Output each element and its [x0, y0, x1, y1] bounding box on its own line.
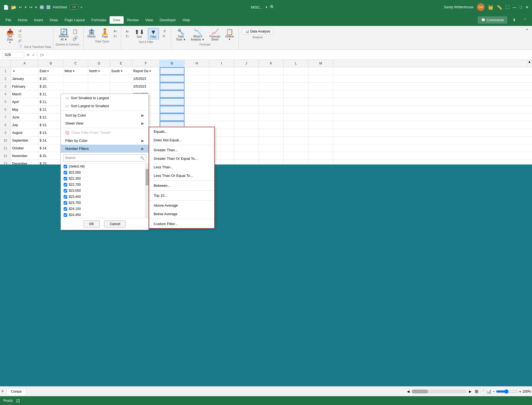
close-icon[interactable]: ✕	[525, 5, 529, 9]
col-header-b[interactable]: B	[39, 60, 63, 67]
checkbox-23050[interactable]: $23,050	[61, 188, 148, 194]
col-header-a[interactable]: A	[11, 60, 39, 67]
formula-bar-x-icon[interactable]: ✕	[26, 53, 30, 57]
page-break-view-icon[interactable]: 📊	[486, 389, 492, 394]
cell-b5[interactable]: $ 11,	[39, 98, 63, 106]
cell-f1[interactable]: Report Da ▼	[132, 67, 160, 75]
ok-button[interactable]: OK	[83, 220, 100, 228]
zoom-plus-icon[interactable]: +	[519, 389, 521, 394]
submenu-less-than-equal[interactable]: Less Than Or Equal To...	[149, 171, 214, 180]
what-if-button[interactable]: 📉 What-If Analysis ▼	[189, 28, 206, 42]
more-commands-icon[interactable]: »	[80, 5, 82, 9]
cell-b9[interactable]: $ 13,	[39, 129, 63, 136]
add-sheet-button[interactable]: +	[1, 388, 4, 394]
function-icon[interactable]: ƒx	[40, 53, 44, 57]
checkbox-22000-input[interactable]	[64, 171, 67, 174]
cell-f3[interactable]: 2/5/2023	[132, 83, 160, 90]
col-header-d[interactable]: D	[88, 60, 110, 67]
sort-az-icon[interactable]: 🔤	[40, 5, 44, 9]
checkbox-22700-input[interactable]	[64, 183, 67, 187]
fullscreen-icon[interactable]: ⛶	[506, 5, 509, 9]
cell-a10[interactable]: September	[11, 137, 39, 144]
search-icon[interactable]: 🔍	[270, 5, 275, 10]
cell-a8[interactable]: July	[11, 121, 39, 129]
submenu-below-average[interactable]: Below Average	[149, 210, 214, 218]
cell-a7[interactable]: June	[11, 114, 39, 121]
undo-dropdown-icon[interactable]: ▼	[24, 6, 27, 9]
submenu-greater-than-equal[interactable]: Greater Than Or Equal To...	[149, 154, 214, 163]
col-header-f[interactable]: F	[132, 60, 160, 67]
datatype-za-icon[interactable]: Z↓	[112, 34, 119, 38]
menu-view[interactable]: View	[142, 16, 156, 24]
formula-input[interactable]	[46, 52, 530, 58]
formula-bar-check-icon[interactable]: ✓	[32, 53, 35, 57]
page-layout-view-icon[interactable]: 📄	[479, 389, 485, 394]
cell-b11[interactable]: $ 14,	[39, 144, 63, 152]
checkbox-23750-input[interactable]	[64, 201, 67, 205]
forecast-sheet-button[interactable]: 📈 Forecast Sheet	[208, 28, 222, 42]
maximize-icon[interactable]: □	[520, 5, 522, 9]
cell-d1[interactable]: North ▼	[88, 67, 110, 75]
submenu-equals[interactable]: Equals...	[149, 127, 214, 136]
menu-file[interactable]: File	[2, 16, 15, 24]
filter-arrow-b1[interactable]: ▼	[47, 70, 49, 72]
cell-a1[interactable]: ▼	[11, 67, 39, 75]
col-header-j[interactable]: J	[234, 60, 259, 67]
scroll-up-icon[interactable]: ▲	[528, 60, 532, 67]
filename-dropdown-icon[interactable]: ▼	[265, 6, 268, 9]
checkbox-23050-input[interactable]	[64, 189, 67, 193]
cell-a9[interactable]: August	[11, 129, 39, 136]
cancel-button[interactable]: Cancel	[104, 220, 126, 228]
menu-developer[interactable]: Developer	[156, 16, 179, 24]
submenu-between[interactable]: Between...	[149, 181, 214, 190]
checkbox-22000[interactable]: $22,000	[61, 169, 148, 175]
filter-reapply-icon[interactable]: ↺	[161, 34, 168, 39]
checkbox-select-all-input[interactable]	[64, 165, 67, 168]
user-avatar[interactable]: SW	[477, 3, 485, 11]
menu-insert[interactable]: Insert	[31, 16, 47, 24]
col-header-k[interactable]: K	[259, 60, 284, 67]
comments-button[interactable]: 💬 Comments	[478, 16, 507, 24]
checkbox-24450-input[interactable]	[64, 213, 67, 217]
datatype-az-icon[interactable]: A↑	[112, 29, 119, 33]
number-filters-item[interactable]: Number Filters ▶	[61, 145, 148, 153]
redo-dropdown-icon[interactable]: ▼	[35, 6, 37, 9]
autosave-toggle[interactable]: Off	[69, 5, 78, 10]
minimize-icon[interactable]: —	[513, 5, 517, 9]
edit-icon[interactable]: ✏️	[497, 5, 502, 10]
checkbox-24100-input[interactable]	[64, 207, 67, 211]
checkbox-22350-input[interactable]	[64, 177, 67, 180]
sheet-tab-compa[interactable]: Compa	[6, 388, 26, 395]
scroll-right-icon[interactable]: ▶	[469, 390, 471, 393]
queries-btn-2[interactable]: 🔗	[71, 35, 79, 42]
col-header-c[interactable]: C	[63, 60, 88, 67]
submenu-top-10[interactable]: Top 10...	[149, 191, 214, 200]
data-analysis-button[interactable]: 📊 Data Analysis	[242, 28, 273, 35]
filter-arrow-d1[interactable]: ▼	[98, 70, 100, 72]
filter-arrow-f1[interactable]: ▼	[149, 70, 151, 72]
ribbon-collapse-icon[interactable]: ⌃	[520, 16, 530, 24]
col-header-h[interactable]: H	[184, 60, 209, 67]
checklist-scrollbar[interactable]	[145, 163, 148, 218]
get-data-button[interactable]: 📥 Get Data ▼	[4, 28, 15, 48]
sort-button[interactable]: ⬆⬇ Sort	[133, 28, 146, 39]
menu-review[interactable]: Review	[124, 16, 142, 24]
filter-search-input[interactable]	[63, 155, 139, 161]
cell-b2[interactable]: $ 10,	[39, 75, 63, 82]
undo-icon[interactable]: ↩	[19, 5, 22, 9]
menu-draw[interactable]: Draw	[46, 16, 61, 24]
sort-az-ribbon-icon[interactable]: A↑	[124, 29, 131, 34]
filter-clear-icon[interactable]: 🚿	[161, 29, 168, 34]
ribbon-collapse-arrow[interactable]: ⌃	[525, 28, 529, 33]
horizontal-scrollbar[interactable]	[412, 390, 467, 393]
stocks-button[interactable]: 🏦 Stocks	[86, 28, 97, 39]
cell-a13[interactable]: December	[11, 160, 39, 164]
cell-b4[interactable]: $ 11,	[39, 90, 63, 98]
filter-arrow-c1[interactable]: ▼	[72, 70, 75, 72]
sort-za-ribbon-icon[interactable]: Z↓	[124, 34, 131, 38]
data-tools-button[interactable]: 🔧 Data Tools ▼	[175, 28, 187, 42]
cell-b7[interactable]: $ 12,	[39, 114, 63, 121]
new-doc-icon[interactable]: 📄	[3, 5, 9, 10]
filter-arrow-e1[interactable]: ▼	[120, 70, 123, 72]
zoom-minus-icon[interactable]: −	[493, 389, 495, 394]
